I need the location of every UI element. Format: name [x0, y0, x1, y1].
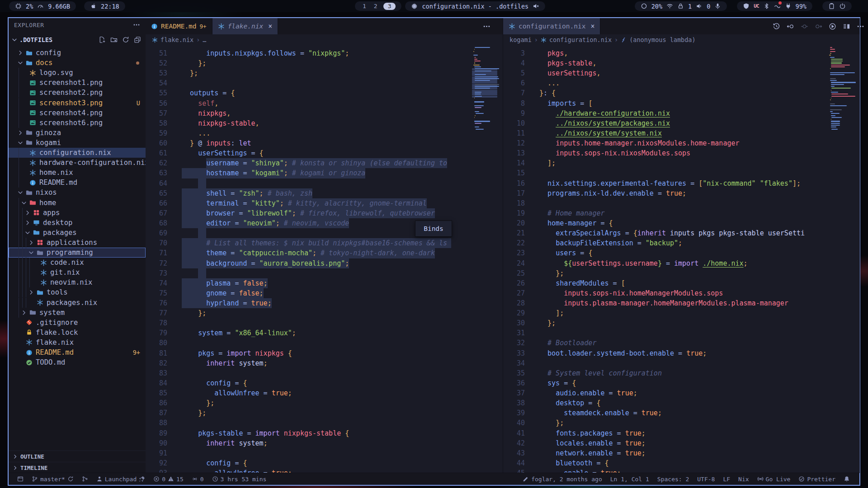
- tab-label: configuration.nix: [519, 23, 585, 30]
- explorer-more-actions-icon[interactable]: [133, 21, 140, 28]
- timeline-icon[interactable]: [773, 23, 780, 30]
- power-icon[interactable]: [839, 3, 846, 9]
- next-change-icon[interactable]: [815, 23, 822, 30]
- tree-item-ginoza[interactable]: ginoza: [9, 128, 146, 138]
- tree-item-programming[interactable]: programming: [9, 248, 146, 258]
- tree-item-home[interactable]: home: [9, 198, 146, 208]
- tree-item-.gitignore[interactable]: .gitignore: [9, 318, 146, 328]
- collapse-folders-icon[interactable]: [134, 36, 141, 43]
- tray-widget[interactable]: UC 99%: [737, 1, 812, 11]
- window-title-widget[interactable]: configuration.nix - .dotfiles: [405, 1, 545, 11]
- minimap-line-mark: [475, 123, 481, 124]
- breadcrumb-item[interactable]: flake.nix: [160, 36, 193, 43]
- change-icon[interactable]: [801, 23, 808, 30]
- tree-item-kogami[interactable]: kogami: [9, 138, 146, 148]
- system-stats-widget[interactable]: 2% 9.66GB: [9, 1, 76, 11]
- breadcrumb-item[interactable]: kogami: [509, 36, 532, 43]
- tree-item-nixos[interactable]: nixos: [9, 188, 146, 197]
- minimap-line-mark: [475, 96, 481, 97]
- tree-item-applications[interactable]: applications: [9, 238, 146, 248]
- minimap-line-mark: [475, 80, 490, 81]
- tree-item-README.md[interactable]: README.md: [9, 178, 146, 188]
- breadcrumb-item[interactable]: configuration.nix: [549, 36, 612, 43]
- tree-item-packages.nix[interactable]: packages.nix: [9, 298, 146, 308]
- close-icon[interactable]: ×: [589, 22, 594, 30]
- tree-item-screenshot1.png[interactable]: screenshot1.png: [9, 78, 146, 88]
- system-status-widget[interactable]: 20% 1 0: [635, 1, 727, 11]
- indent-guide: [19, 287, 19, 297]
- run-icon[interactable]: [829, 23, 836, 30]
- tree-item-system[interactable]: system: [9, 308, 146, 318]
- code-text: config = {: [182, 378, 475, 388]
- more-actions-icon[interactable]: [857, 23, 864, 30]
- tree-item-screenshot3.png[interactable]: screenshot3.pngU: [9, 98, 146, 108]
- status-item-cursor-position[interactable]: Ln 1, Col 1: [607, 474, 652, 484]
- tree-item-tools[interactable]: tools: [9, 287, 146, 297]
- status-item-language-mode[interactable]: Nix: [735, 474, 752, 484]
- status-item-prettier[interactable]: Prettier: [795, 474, 839, 484]
- sidebar-section-timeline[interactable]: TIMELINE: [9, 462, 146, 473]
- tree-item-flake.nix[interactable]: flake.nix: [9, 338, 146, 347]
- tree-item-code.nix[interactable]: code.nix: [9, 258, 146, 267]
- tree-item-screenshot4.png[interactable]: screenshot4.png: [9, 108, 146, 118]
- tree-item-desktop[interactable]: desktop: [9, 218, 146, 228]
- tree-item-packages[interactable]: packages: [9, 228, 146, 238]
- tree-item-git.nix[interactable]: git.nix: [9, 267, 146, 277]
- tab-configuration.nix[interactable]: configuration.nix×: [503, 18, 600, 34]
- split-editor-icon[interactable]: [843, 23, 850, 30]
- status-item-indentation[interactable]: Spaces: 2: [654, 474, 692, 484]
- tab-README.md[interactable]: README.md9+: [146, 18, 212, 34]
- tree-item-neovim.nix[interactable]: neovim.nix: [9, 277, 146, 287]
- status-item-go-live[interactable]: Go Live: [754, 474, 794, 484]
- status-item-notifications[interactable]: [840, 474, 853, 484]
- sidebar-section-outline[interactable]: OUTLINE: [9, 450, 146, 462]
- status-item-ports[interactable]: 0: [189, 474, 207, 484]
- status-item-git-branch[interactable]: master*: [28, 474, 77, 484]
- minimap-line-mark: [831, 59, 843, 60]
- tree-item-apps[interactable]: apps: [9, 208, 146, 218]
- breadcrumb-item[interactable]: (anonymous lambda): [629, 36, 695, 43]
- minimap-right[interactable]: [828, 45, 856, 325]
- status-item-git-blame[interactable]: foglar, 2 months ago: [519, 474, 605, 484]
- tree-item-flake.lock[interactable]: flake.lock: [9, 328, 146, 338]
- breadcrumb-right[interactable]: kogami›configuration.nix›(anonymous lamb…: [503, 34, 860, 45]
- breadcrumb-left[interactable]: flake.nix›…: [146, 34, 503, 45]
- tree-item-screenshot6.png[interactable]: screenshot6.png: [9, 118, 146, 128]
- tree-item-hardware-configuration.nix[interactable]: hardware-configuration.nix: [9, 158, 146, 168]
- status-item-problems[interactable]: 015: [150, 474, 186, 484]
- new-file-icon[interactable]: [99, 36, 106, 43]
- tree-item-screenshot2.png[interactable]: screenshot2.png: [9, 88, 146, 98]
- close-icon[interactable]: ×: [266, 22, 272, 30]
- nix-icon: [26, 339, 33, 346]
- previous-change-icon[interactable]: [787, 23, 794, 30]
- tree-item-configuration.nix[interactable]: configuration.nix: [9, 148, 146, 158]
- status-item-session-time[interactable]: 3 hrs 53 mins: [209, 474, 270, 484]
- breadcrumb-item[interactable]: …: [203, 36, 206, 43]
- workspace-1[interactable]: 1: [361, 3, 368, 9]
- status-item-launchpad[interactable]: Launchpad: [93, 474, 148, 484]
- clock-widget[interactable]: 22:18: [84, 1, 125, 11]
- tree-item-TODO.md[interactable]: TODO.md: [9, 357, 146, 367]
- workspace-3[interactable]: 3: [383, 3, 396, 10]
- tree-item-home.nix[interactable]: home.nix: [9, 168, 146, 178]
- status-item-encoding[interactable]: UTF-8: [694, 474, 718, 484]
- workspace-2[interactable]: 2: [372, 3, 379, 9]
- more-actions-icon[interactable]: [483, 23, 491, 30]
- power-widget[interactable]: [822, 1, 852, 11]
- minimap-left[interactable]: [471, 45, 499, 325]
- clipboard-icon[interactable]: [828, 3, 835, 9]
- new-folder-icon[interactable]: [110, 36, 118, 43]
- status-item-source-control-graph[interactable]: [79, 474, 91, 484]
- status-item-remote-window[interactable]: [14, 474, 27, 484]
- code-text: inherit system;: [182, 438, 475, 448]
- chevron-right-icon: [28, 239, 34, 246]
- tab-flake.nix[interactable]: flake.nix×: [212, 18, 278, 34]
- tree-item-docs[interactable]: docs: [9, 58, 146, 68]
- tree-item-logo.svg[interactable]: logo.svg: [9, 68, 146, 78]
- status-item-eol[interactable]: LF: [720, 474, 733, 484]
- refresh-explorer-icon[interactable]: [122, 36, 129, 43]
- chevron-down-icon: [17, 60, 24, 66]
- tree-item-config[interactable]: config: [9, 48, 146, 58]
- workspace-root-folder[interactable]: .DOTFILES: [9, 34, 146, 45]
- tree-item-README.md[interactable]: README.md9+: [9, 347, 146, 357]
